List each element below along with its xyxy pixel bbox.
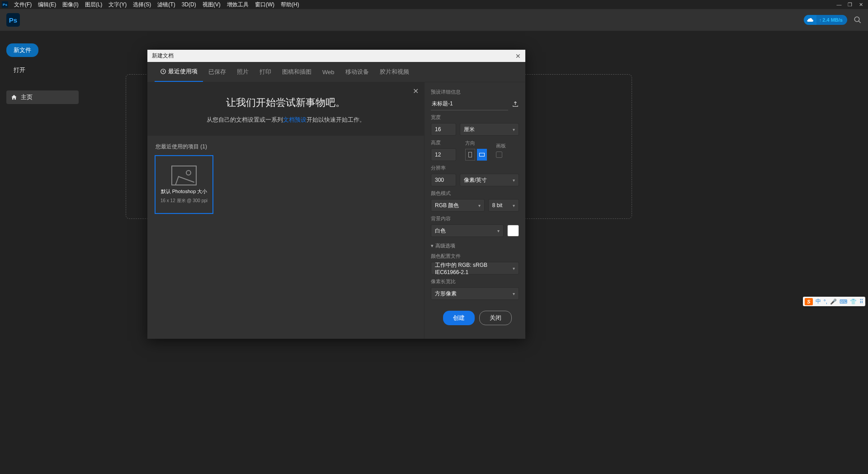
width-input[interactable] — [431, 123, 456, 136]
cloud-sync-badge[interactable]: ↑ 2.4 MB/s — [804, 15, 847, 25]
window-close-button[interactable]: ✕ — [855, 2, 866, 8]
dialog-titlebar: 新建文档 ✕ — [147, 50, 525, 62]
preset-details-header: 预设详细信息 — [431, 89, 519, 95]
menu-plugins[interactable]: 增效工具 — [224, 0, 252, 9]
ime-menu-icon[interactable]: ⠿ — [859, 299, 863, 305]
dialog-right-pane: 预设详细信息 宽度 厘米▾ 高度 — [424, 82, 525, 339]
tab-print[interactable]: 打印 — [254, 62, 277, 81]
upload-arrow-icon: ↑ — [819, 17, 822, 23]
color-mode-label: 颜色模式 — [431, 190, 519, 197]
menu-edit[interactable]: 编辑(E) — [35, 0, 59, 9]
nav-home[interactable]: 主页 — [6, 90, 79, 104]
tab-photo[interactable]: 照片 — [231, 62, 254, 81]
new-file-button[interactable]: 新文件 — [6, 43, 38, 57]
ime-skin-icon[interactable]: 👕 — [850, 299, 857, 305]
search-icon[interactable] — [854, 16, 862, 24]
tab-web[interactable]: Web — [317, 63, 340, 81]
dialog-tabs: 最近使用项 已保存 照片 打印 图稿和插图 Web 移动设备 胶片和视频 — [147, 62, 525, 82]
menu-layer[interactable]: 图层(L) — [82, 0, 106, 9]
close-button[interactable]: 关闭 — [479, 311, 512, 325]
create-button[interactable]: 创建 — [443, 311, 475, 325]
ime-keyboard-icon[interactable]: ⌨ — [840, 299, 847, 305]
chevron-down-icon: ▾ — [513, 266, 515, 271]
cloud-speed: 2.4 MB/s — [822, 17, 843, 23]
open-button[interactable]: 打开 — [6, 63, 79, 77]
artboard-label: 画板 — [496, 142, 506, 149]
advanced-options-toggle[interactable]: ▾ 高级选项 — [431, 242, 519, 249]
chevron-down-icon: ▾ — [513, 203, 515, 208]
header: Ps ↑ 2.4 MB/s — [0, 9, 868, 31]
banner-close-button[interactable]: ✕ — [413, 87, 419, 95]
pixel-aspect-ratio-label: 像素长宽比 — [431, 278, 519, 285]
dialog-close-button[interactable]: ✕ — [515, 52, 521, 60]
recent-items-header: 您最近使用的项目 (1) — [147, 136, 424, 155]
orientation-portrait-button[interactable] — [465, 149, 475, 161]
ime-mic-icon[interactable]: 🎤 — [830, 299, 837, 305]
preset-subtitle: 16 x 12 厘米 @ 300 ppi — [160, 198, 208, 204]
menu-select[interactable]: 选择(S) — [130, 0, 154, 9]
dialog-left-pane: ✕ 让我们开始尝试新事物吧。 从您自己的文档设置或一系列文档预设开始以快速开始工… — [147, 82, 424, 339]
home-sidebar: 新文件 打开 主页 — [6, 43, 79, 104]
menu-window[interactable]: 窗口(W) — [252, 0, 278, 9]
height-label: 高度 — [431, 139, 456, 146]
chevron-down-icon: ▾ — [478, 203, 481, 208]
width-unit-select[interactable]: 厘米▾ — [460, 123, 519, 136]
nav-home-label: 主页 — [21, 93, 33, 101]
dialog-title: 新建文档 — [152, 52, 174, 60]
menu-help[interactable]: 帮助(H) — [278, 0, 302, 9]
chevron-down-icon: ▾ — [431, 243, 434, 249]
window-maximize-button[interactable]: ❐ — [844, 2, 855, 8]
welcome-banner: ✕ 让我们开始尝试新事物吧。 从您自己的文档设置或一系列文档预设开始以快速开始工… — [147, 82, 424, 136]
home-icon — [11, 94, 17, 100]
ime-lang[interactable]: 中 — [816, 298, 821, 305]
pixel-aspect-ratio-select[interactable]: 方形像素▾ — [431, 287, 519, 300]
preset-title: 默认 Photoshop 大小 — [161, 188, 208, 195]
tab-art[interactable]: 图稿和插图 — [277, 62, 317, 81]
save-preset-icon[interactable] — [512, 100, 519, 108]
cloud-icon — [804, 15, 816, 25]
chevron-down-icon: ▾ — [513, 127, 515, 132]
preset-default-photoshop-size[interactable]: 默认 Photoshop 大小 16 x 12 厘米 @ 300 ppi — [155, 155, 213, 214]
tab-film[interactable]: 胶片和视频 — [374, 62, 415, 81]
height-input[interactable] — [431, 148, 456, 161]
banner-heading: 让我们开始尝试新事物吧。 — [156, 96, 415, 109]
color-profile-select[interactable]: 工作中的 RGB: sRGB IEC61966-2.1▾ — [431, 262, 519, 275]
orientation-landscape-button[interactable] — [477, 149, 487, 161]
tab-recent[interactable]: 最近使用项 — [155, 62, 203, 82]
resolution-input[interactable] — [431, 174, 456, 186]
background-label: 背景内容 — [431, 215, 519, 222]
app-icon: Ps — [2, 1, 8, 8]
photoshop-logo: Ps — [6, 13, 20, 27]
ime-toolbar[interactable]: S 中 °, 🎤 ⌨ 👕 ⠿ — [803, 297, 865, 306]
chevron-down-icon: ▾ — [513, 178, 515, 183]
background-color-swatch[interactable] — [507, 225, 519, 237]
document-name-input[interactable] — [431, 98, 508, 110]
artboard-checkbox[interactable] — [496, 152, 502, 158]
width-label: 宽度 — [431, 114, 519, 121]
ime-punct-icon[interactable]: °, — [824, 299, 827, 305]
orientation-label: 方向 — [465, 140, 487, 147]
tab-saved[interactable]: 已保存 — [203, 62, 231, 81]
tab-mobile[interactable]: 移动设备 — [340, 62, 374, 81]
presets-link[interactable]: 文档预设 — [283, 116, 307, 123]
clock-icon — [160, 68, 166, 75]
new-document-dialog: 新建文档 ✕ 最近使用项 已保存 照片 打印 图稿和插图 Web 移动设备 胶片… — [147, 50, 525, 339]
menu-image[interactable]: 图像(I) — [59, 0, 81, 9]
menu-type[interactable]: 文字(Y) — [105, 0, 130, 9]
color-depth-select[interactable]: 8 bit▾ — [488, 199, 519, 212]
menu-3d[interactable]: 3D(D) — [179, 0, 199, 9]
menu-file[interactable]: 文件(F) — [11, 0, 35, 9]
resolution-label: 分辨率 — [431, 165, 519, 171]
menu-filter[interactable]: 滤镜(T) — [154, 0, 178, 9]
main-area: 新文件 打开 主页 新建文档 ✕ 最近使用项 已保存 照片 打印 图稿和插图 W… — [0, 31, 868, 474]
sogou-icon: S — [805, 298, 813, 305]
window-minimize-button[interactable]: — — [834, 2, 844, 7]
color-mode-select[interactable]: RGB 颜色▾ — [431, 199, 485, 212]
color-profile-label: 颜色配置文件 — [431, 253, 519, 260]
svg-line-1 — [859, 21, 861, 23]
background-select[interactable]: 白色▾ — [431, 224, 504, 237]
resolution-unit-select[interactable]: 像素/英寸▾ — [460, 174, 519, 186]
menu-view[interactable]: 视图(V) — [199, 0, 224, 9]
preset-thumbnail-icon — [171, 166, 197, 185]
chevron-down-icon: ▾ — [497, 228, 500, 233]
